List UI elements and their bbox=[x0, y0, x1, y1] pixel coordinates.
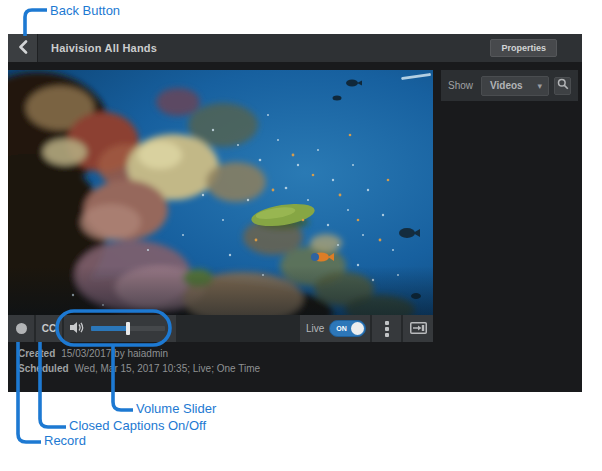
chevron-left-icon bbox=[18, 40, 28, 57]
back-button-callout-line bbox=[25, 10, 47, 36]
show-label: Show bbox=[448, 80, 473, 91]
annotation-back-button: Back Button bbox=[50, 3, 120, 18]
underwater-reef-video-still bbox=[8, 70, 433, 315]
record-button[interactable] bbox=[8, 315, 34, 342]
output-destination-button[interactable] bbox=[403, 315, 433, 342]
page-title: Haivision All Hands bbox=[51, 34, 157, 62]
kebab-menu-icon bbox=[385, 321, 389, 325]
toggle-knob bbox=[351, 322, 364, 335]
volume-thumb[interactable] bbox=[126, 322, 130, 335]
back-button[interactable] bbox=[8, 34, 38, 62]
video-portal-panel: Haivision All Hands Properties Show Vide… bbox=[8, 34, 582, 392]
created-label: Created bbox=[18, 348, 55, 359]
annotation-record: Record bbox=[44, 433, 86, 448]
created-value: 15/03/2017 by haiadmin bbox=[61, 348, 168, 359]
dropdown-selected-value: Videos bbox=[490, 77, 523, 95]
live-label: Live bbox=[306, 323, 324, 334]
chevron-down-icon: ▾ bbox=[538, 77, 543, 95]
toggle-state-label: ON bbox=[336, 321, 347, 336]
search-icon bbox=[557, 78, 569, 93]
live-on-toggle[interactable]: ON bbox=[329, 320, 366, 337]
player-control-bar: CC Live ON bbox=[8, 315, 433, 342]
browse-filter-row: Show Videos ▾ bbox=[441, 70, 578, 101]
annotation-volume-slider: Volume Slider bbox=[136, 401, 216, 416]
scheduled-label: Scheduled bbox=[18, 363, 69, 374]
speaker-icon bbox=[70, 320, 85, 338]
record-icon bbox=[16, 323, 27, 334]
session-details: Created15/03/2017 by haiadmin ScheduledW… bbox=[18, 346, 260, 376]
properties-button[interactable]: Properties bbox=[490, 39, 557, 57]
title-bar: Haivision All Hands Properties bbox=[8, 34, 582, 62]
search-button[interactable] bbox=[554, 77, 571, 95]
live-toggle-group: Live ON bbox=[300, 315, 370, 342]
volume-fill bbox=[91, 326, 128, 331]
video-player-frame[interactable] bbox=[8, 70, 433, 315]
volume-slider[interactable] bbox=[91, 326, 165, 331]
popout-arrow-icon bbox=[410, 320, 427, 338]
scheduled-value: Wed, Mar 15, 2017 10:35; Live; One Time bbox=[75, 363, 260, 374]
screenshot-canvas: Haivision All Hands Properties Show Vide… bbox=[0, 0, 602, 471]
more-options-button[interactable] bbox=[372, 315, 401, 342]
content-type-dropdown[interactable]: Videos ▾ bbox=[481, 76, 549, 96]
scheduled-row: ScheduledWed, Mar 15, 2017 10:35; Live; … bbox=[18, 361, 260, 376]
created-row: Created15/03/2017 by haiadmin bbox=[18, 346, 260, 361]
closed-captions-button[interactable]: CC bbox=[36, 315, 62, 342]
volume-control bbox=[64, 315, 176, 342]
annotation-closed-captions: Closed Captions On/Off bbox=[69, 418, 206, 433]
